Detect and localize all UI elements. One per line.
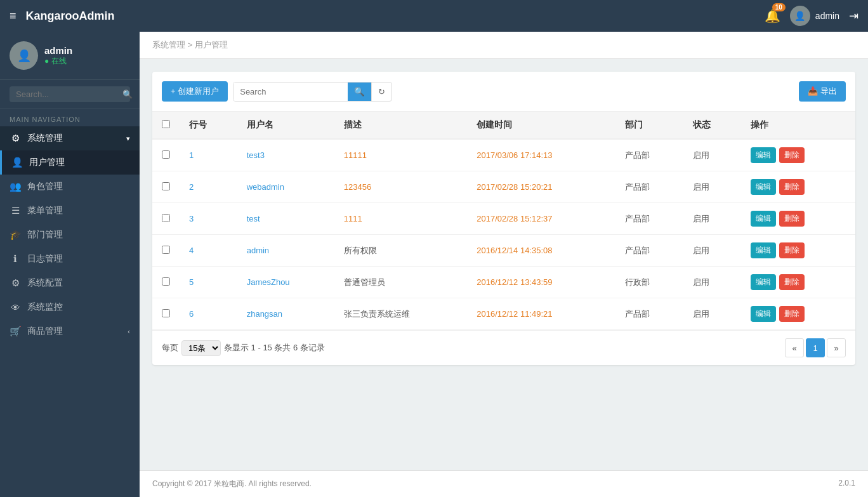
table-row: 5 JamesZhou 普通管理员 2016/12/12 13:43:59 行政…	[152, 267, 855, 298]
edit-button[interactable]: 编辑	[751, 242, 776, 258]
col-id: 行号	[180, 112, 237, 139]
sidebar-item-config[interactable]: ⚙ 系统配置	[0, 271, 140, 295]
page-size-label: 每页	[162, 342, 178, 354]
row-status: 启用	[683, 139, 741, 171]
row-desc: 普通管理员	[334, 267, 467, 298]
row-username: zhangsan	[237, 298, 334, 330]
hamburger-icon[interactable]: ≡	[10, 10, 16, 23]
col-status: 状态	[683, 112, 741, 139]
breadcrumb-separator: >	[188, 40, 195, 50]
edit-button[interactable]: 编辑	[751, 179, 776, 195]
row-id-link[interactable]: 2	[189, 182, 194, 192]
export-label: 导出	[820, 86, 837, 96]
refresh-button[interactable]: ↻	[371, 83, 391, 101]
select-all-checkbox[interactable]	[162, 120, 170, 128]
username-link[interactable]: webadmin	[247, 182, 284, 192]
goods-icon: 🛒	[10, 326, 21, 337]
search-input[interactable]	[233, 83, 348, 101]
search-button[interactable]: 🔍	[348, 83, 371, 101]
pagination-right: « 1 »	[785, 338, 846, 357]
row-id: 4	[180, 235, 237, 267]
pagination-left: 每页 15条 30条 50条 条显示 1 - 15 条共 6 条记录	[162, 340, 325, 356]
breadcrumb-current: 用户管理	[195, 40, 228, 50]
row-actions: 编辑 删除	[741, 267, 855, 298]
row-created: 2017/02/28 15:12:37	[467, 203, 615, 235]
sidebar-item-label-config: 系统配置	[27, 277, 130, 289]
username-link[interactable]: JamesZhou	[247, 277, 290, 287]
row-checkbox[interactable]	[162, 214, 170, 222]
create-user-button[interactable]: + 创建新用户	[162, 81, 228, 102]
menu-icon: ☰	[10, 205, 21, 216]
row-checkbox[interactable]	[162, 246, 170, 254]
user-profile: 👤 admin 在线	[0, 32, 140, 80]
notification-button[interactable]: 🔔 10	[765, 8, 780, 23]
prev-page-button[interactable]: «	[785, 338, 804, 357]
username-link[interactable]: test3	[247, 150, 265, 160]
row-desc: 123456	[334, 171, 467, 203]
page-1-button[interactable]: 1	[806, 338, 825, 357]
row-created: 2016/12/12 13:43:59	[467, 267, 615, 298]
row-id-link[interactable]: 1	[189, 150, 194, 160]
row-dept: 产品部	[615, 298, 684, 330]
delete-button[interactable]: 删除	[779, 274, 805, 290]
search-wrap: 🔍 ↻	[233, 82, 392, 102]
username-link[interactable]: admin	[247, 246, 269, 255]
sidebar-item-user[interactable]: 👤 用户管理	[0, 150, 140, 175]
edit-button[interactable]: 编辑	[751, 306, 776, 322]
row-id: 5	[180, 267, 237, 298]
row-created: 2017/03/06 17:14:13	[467, 139, 615, 171]
chevron-left-icon: ‹	[128, 328, 130, 335]
row-id: 1	[180, 139, 237, 171]
sidebar-item-label-log: 日志管理	[27, 253, 130, 265]
logout-button[interactable]: ⇥	[849, 9, 858, 23]
row-id-link[interactable]: 5	[189, 277, 194, 287]
sidebar-item-monitor[interactable]: 👁 系统监控	[0, 295, 140, 319]
brand-title: KangarooAdmin	[26, 10, 115, 23]
sidebar-item-role[interactable]: 👥 角色管理	[0, 175, 140, 199]
row-id-link[interactable]: 4	[189, 246, 194, 255]
toolbar: + 创建新用户 🔍 ↻ 📥 导出	[152, 72, 855, 112]
row-id-link[interactable]: 6	[189, 309, 194, 319]
table-row: 2 webadmin 123456 2017/02/28 15:20:21 产品…	[152, 171, 855, 203]
edit-button[interactable]: 编辑	[751, 274, 776, 290]
delete-button[interactable]: 删除	[779, 179, 805, 195]
footer-version: 2.0.1	[838, 479, 855, 489]
row-checkbox[interactable]	[162, 182, 170, 190]
row-created: 2016/12/14 14:35:08	[467, 235, 615, 267]
delete-button[interactable]: 删除	[779, 242, 805, 258]
sidebar-item-label-user: 用户管理	[29, 157, 130, 168]
log-icon: ℹ	[10, 253, 21, 265]
sidebar-search-input[interactable]	[16, 89, 122, 99]
admin-info[interactable]: 👤 admin	[790, 6, 839, 26]
delete-button[interactable]: 删除	[779, 211, 805, 227]
sidebar-item-goods[interactable]: 🛒 商品管理 ‹	[0, 319, 140, 343]
sidebar-item-dept[interactable]: 🎓 部门管理	[0, 223, 140, 247]
edit-button[interactable]: 编辑	[751, 211, 776, 227]
row-checkbox[interactable]	[162, 309, 170, 317]
row-desc: 1111	[334, 203, 467, 235]
sidebar-item-label-menu: 菜单管理	[27, 205, 130, 216]
username-link[interactable]: zhangsan	[247, 309, 282, 319]
row-checkbox[interactable]	[162, 150, 170, 159]
sidebar-item-log[interactable]: ℹ 日志管理	[0, 247, 140, 271]
row-id-link[interactable]: 3	[189, 214, 194, 223]
row-dept: 产品部	[615, 139, 684, 171]
row-status: 启用	[683, 203, 741, 235]
row-actions: 编辑 删除	[741, 203, 855, 235]
profile-avatar: 👤	[10, 41, 38, 70]
next-page-button[interactable]: »	[827, 338, 846, 357]
row-checkbox[interactable]	[162, 277, 170, 286]
sidebar-item-system[interactable]: ⚙ 系统管理 ▾	[0, 126, 140, 150]
avatar: 👤	[790, 6, 810, 26]
dept-icon: 🎓	[10, 229, 21, 241]
edit-button[interactable]: 编辑	[751, 147, 776, 163]
row-dept: 行政部	[615, 267, 684, 298]
delete-button[interactable]: 删除	[779, 306, 805, 322]
export-button[interactable]: 📥 导出	[799, 81, 846, 102]
delete-button[interactable]: 删除	[779, 147, 805, 163]
sidebar-item-menu[interactable]: ☰ 菜单管理	[0, 199, 140, 223]
page-size-select[interactable]: 15条 30条 50条	[181, 340, 221, 356]
content-area: + 创建新用户 🔍 ↻ 📥 导出	[140, 59, 868, 470]
username-link[interactable]: test	[247, 214, 260, 223]
row-desc: 所有权限	[334, 235, 467, 267]
